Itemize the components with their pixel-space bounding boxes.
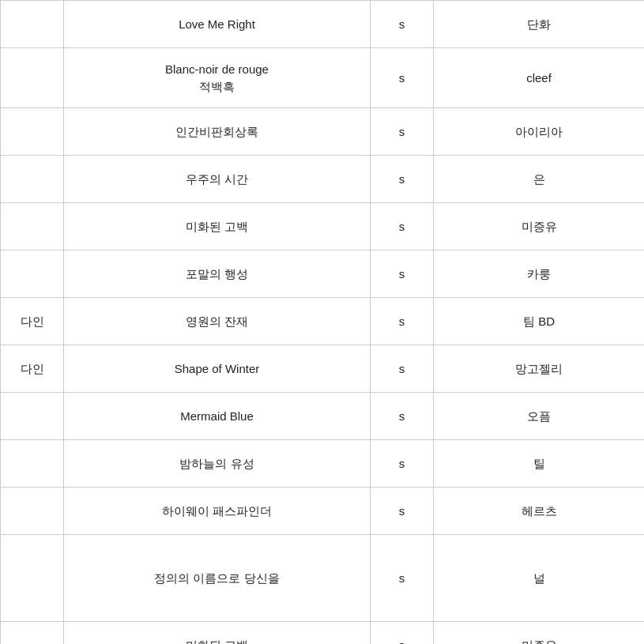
row-title: 하이웨이 패스파인더 xyxy=(64,488,371,535)
table-row: 정의의 이름으로 당신을s널 xyxy=(1,535,645,622)
row-title: Love Me Right xyxy=(64,1,371,48)
table-row: 미화된 고백s미증유 xyxy=(1,622,645,645)
row-s: s xyxy=(371,298,434,345)
row-s: s xyxy=(371,203,434,250)
row-author: 단화 xyxy=(434,1,645,48)
table-row: Blanc-noir de rouge적백흑scleef xyxy=(1,48,645,108)
row-author: 은 xyxy=(434,156,645,203)
row-tag xyxy=(1,393,64,440)
row-s: s xyxy=(371,488,434,535)
row-author: 팀 BD xyxy=(434,298,645,345)
row-s: s xyxy=(371,535,434,622)
row-s: s xyxy=(371,156,434,203)
table-row: Mermaid Blues오픔 xyxy=(1,393,645,440)
row-tag xyxy=(1,1,64,48)
row-tag xyxy=(1,250,64,298)
row-author: cleef xyxy=(434,48,645,108)
row-author: 미증유 xyxy=(434,203,645,250)
row-s: s xyxy=(371,622,434,645)
row-s: s xyxy=(371,345,434,393)
row-s: s xyxy=(371,393,434,440)
row-author: 헤르츠 xyxy=(434,488,645,535)
row-tag xyxy=(1,108,64,156)
row-title: 포말의 행성 xyxy=(64,250,371,298)
row-title: 우주의 시간 xyxy=(64,156,371,203)
row-author: 카룽 xyxy=(434,250,645,298)
table-row: 포말의 행성s카룽 xyxy=(1,250,645,298)
row-tag xyxy=(1,440,64,488)
row-title: Shape of Winter xyxy=(64,345,371,393)
row-author: 망고젤리 xyxy=(434,345,645,393)
row-tag xyxy=(1,156,64,203)
row-title: 밤하늘의 유성 xyxy=(64,440,371,488)
main-table-container: Love Me Rights단화Blanc-noir de rouge적백흑sc… xyxy=(0,0,644,644)
row-author: 아이리아 xyxy=(434,108,645,156)
row-tag: 다인 xyxy=(1,345,64,393)
table-row: 다인영원의 잔재s팀 BD xyxy=(1,298,645,345)
row-title: Blanc-noir de rouge적백흑 xyxy=(64,48,371,108)
table-row: 인간비판회상록s아이리아 xyxy=(1,108,645,156)
row-title: 미화된 고백 xyxy=(64,203,371,250)
row-author: 미증유 xyxy=(434,622,645,645)
row-title: 인간비판회상록 xyxy=(64,108,371,156)
row-s: s xyxy=(371,108,434,156)
content-table: Love Me Rights단화Blanc-noir de rouge적백흑sc… xyxy=(0,0,644,644)
row-s: s xyxy=(371,250,434,298)
row-s: s xyxy=(371,48,434,108)
row-title: 영원의 잔재 xyxy=(64,298,371,345)
row-tag xyxy=(1,535,64,622)
row-tag xyxy=(1,203,64,250)
row-title: 정의의 이름으로 당신을 xyxy=(64,535,371,622)
table-row: 밤하늘의 유성s틸 xyxy=(1,440,645,488)
table-row: 미화된 고백s미증유 xyxy=(1,203,645,250)
row-tag xyxy=(1,48,64,108)
row-title: Mermaid Blue xyxy=(64,393,371,440)
table-row: 하이웨이 패스파인더s헤르츠 xyxy=(1,488,645,535)
row-author: 틸 xyxy=(434,440,645,488)
row-author: 오픔 xyxy=(434,393,645,440)
row-s: s xyxy=(371,440,434,488)
row-s: s xyxy=(371,1,434,48)
table-row: Love Me Rights단화 xyxy=(1,1,645,48)
row-title: 미화된 고백 xyxy=(64,622,371,645)
row-tag: 다인 xyxy=(1,298,64,345)
row-tag xyxy=(1,622,64,645)
table-row: 우주의 시간s은 xyxy=(1,156,645,203)
row-tag xyxy=(1,488,64,535)
row-author: 널 xyxy=(434,535,645,622)
table-row: 다인Shape of Winters망고젤리 xyxy=(1,345,645,393)
